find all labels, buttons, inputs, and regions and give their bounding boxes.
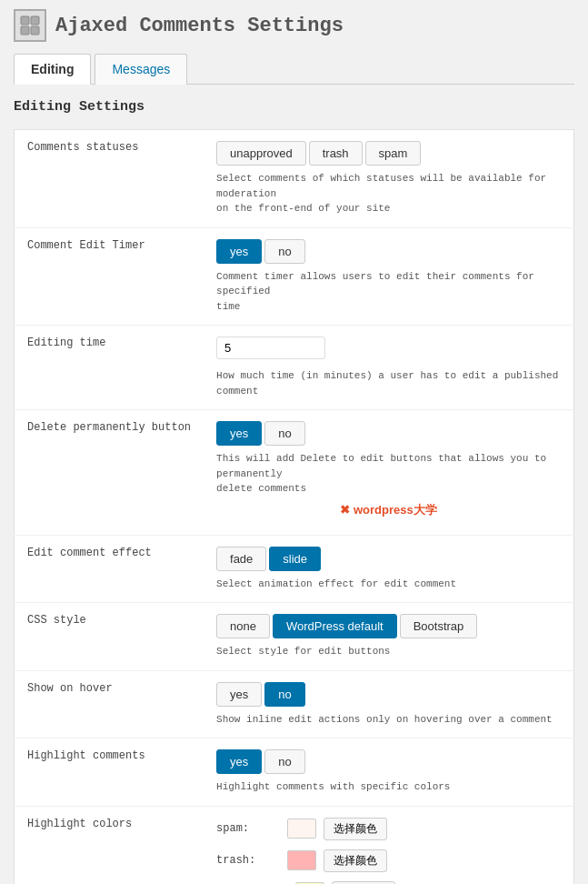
btn-delete-perm-no[interactable]: no [264, 421, 304, 446]
svg-rect-3 [31, 26, 39, 35]
tabs-bar: Editing Messages [14, 53, 574, 85]
label-highlight-comments: Highlight comments [15, 738, 204, 807]
desc-show-on-hover: Show inline edit actions only on hoverin… [216, 712, 561, 728]
btn-highlight-no[interactable]: no [264, 749, 304, 774]
btn-hover-no[interactable]: no [264, 682, 304, 707]
page-title: Ajaxed Comments Settings [55, 15, 344, 37]
tab-editing[interactable]: Editing [14, 54, 91, 85]
row-comment-edit-timer: Comment Edit Timer yes no Comment timer … [15, 227, 574, 326]
color-swatch-trash [287, 850, 316, 870]
svg-rect-2 [21, 26, 29, 35]
desc-comments-statuses: Select comments of which statuses will b… [216, 171, 561, 216]
page-title-area: Ajaxed Comments Settings [14, 9, 574, 42]
desc-highlight-comments: Highlight comments with specific colors [216, 779, 561, 795]
svg-rect-1 [31, 16, 39, 25]
label-comments-statuses: Comments statuses [15, 130, 204, 228]
desc-css-style: Select style for edit buttons [216, 644, 561, 659]
svg-rect-0 [21, 16, 29, 25]
btn-css-bootstrap[interactable]: Bootstrap [400, 614, 478, 638]
desc-delete-permanently: This will add Delete to edit buttons tha… [216, 451, 561, 497]
label-edit-comment-effect: Edit comment effect [15, 535, 204, 603]
btn-group-effect: fade slide [216, 547, 561, 571]
row-edit-comment-effect: Edit comment effect fade slide Select an… [15, 535, 574, 603]
control-delete-permanently: yes no This will add Delete to edit butt… [204, 410, 573, 536]
btn-group-statuses: unapproved trash spam [216, 141, 561, 166]
settings-table: Comments statuses unapproved trash spam … [14, 129, 574, 884]
control-highlight-colors: spam: 选择颜色 trash: 选择颜色 unapproved: 选择颜色 … [204, 806, 573, 884]
btn-color-spam[interactable]: 选择颜色 [324, 818, 387, 840]
btn-delete-perm-yes[interactable]: yes [216, 421, 262, 446]
input-editing-time[interactable] [216, 337, 325, 359]
btn-css-none[interactable]: none [216, 614, 270, 638]
btn-effect-slide[interactable]: slide [269, 547, 321, 571]
row-highlight-comments: Highlight comments yes no Highlight comm… [15, 738, 574, 807]
color-swatch-spam [287, 819, 316, 839]
btn-color-trash[interactable]: 选择颜色 [324, 849, 387, 872]
btn-highlight-yes[interactable]: yes [216, 749, 262, 774]
btn-unapproved[interactable]: unapproved [216, 141, 306, 166]
highlight-row-trash: trash: 选择颜色 [216, 849, 561, 872]
btn-group-delete-perm: yes no [216, 421, 561, 446]
btn-group-hover: yes no [216, 682, 561, 707]
row-css-style: CSS style none WordPress default Bootstr… [15, 603, 574, 671]
desc-editing-time: How much time (in minutes) a user has to… [216, 368, 561, 398]
control-comment-edit-timer: yes no Comment timer allows users to edi… [204, 227, 573, 326]
btn-css-wordpress[interactable]: WordPress default [273, 614, 397, 638]
label-show-on-hover: Show on hover [15, 670, 204, 738]
color-label-spam: spam: [216, 822, 280, 835]
tab-messages[interactable]: Messages [95, 54, 187, 85]
row-show-on-hover: Show on hover yes no Show inline edit ac… [15, 670, 574, 738]
label-highlight-colors: Highlight colors [15, 806, 204, 884]
desc-edit-comment-effect: Select animation effect for edit comment [216, 577, 561, 592]
btn-group-highlight: yes no [216, 749, 561, 774]
watermark: ✖ wordpress大学 [216, 497, 561, 524]
control-editing-time: How much time (in minutes) a user has to… [204, 326, 573, 410]
plugin-icon [14, 9, 46, 42]
btn-group-css-style: none WordPress default Bootstrap [216, 614, 561, 638]
control-show-on-hover: yes no Show inline edit actions only on … [204, 670, 573, 738]
btn-spam[interactable]: spam [365, 141, 422, 166]
btn-color-unapproved[interactable]: 选择颜色 [332, 881, 395, 885]
desc-comment-edit-timer: Comment timer allows users to edit their… [216, 269, 561, 315]
control-css-style: none WordPress default Bootstrap Select … [204, 603, 573, 671]
btn-hover-yes[interactable]: yes [216, 682, 262, 707]
row-highlight-colors: Highlight colors spam: 选择颜色 trash: 选择颜色 … [15, 806, 574, 884]
row-delete-permanently: Delete permanently button yes no This wi… [15, 410, 574, 536]
label-delete-permanently: Delete permanently button [15, 410, 204, 536]
page-wrapper: Ajaxed Comments Settings Editing Message… [0, 0, 588, 884]
control-highlight-comments: yes no Highlight comments with specific … [204, 738, 573, 807]
highlight-row-unapproved: unapproved: 选择颜色 [216, 881, 561, 885]
color-label-trash: trash: [216, 854, 280, 867]
btn-trash[interactable]: trash [309, 141, 363, 166]
btn-group-edit-timer: yes no [216, 239, 561, 264]
btn-edit-timer-no[interactable]: no [264, 239, 304, 264]
control-edit-comment-effect: fade slide Select animation effect for e… [204, 535, 573, 603]
btn-effect-fade[interactable]: fade [216, 547, 266, 571]
control-comments-statuses: unapproved trash spam Select comments of… [204, 130, 573, 228]
label-css-style: CSS style [15, 603, 204, 671]
btn-edit-timer-yes[interactable]: yes [216, 239, 262, 264]
row-comments-statuses: Comments statuses unapproved trash spam … [15, 130, 574, 228]
row-editing-time: Editing time How much time (in minutes) … [15, 326, 574, 410]
label-editing-time: Editing time [15, 326, 204, 410]
label-comment-edit-timer: Comment Edit Timer [15, 227, 204, 326]
highlight-row-spam: spam: 选择颜色 [216, 818, 561, 840]
section-title: Editing Settings [14, 99, 574, 115]
